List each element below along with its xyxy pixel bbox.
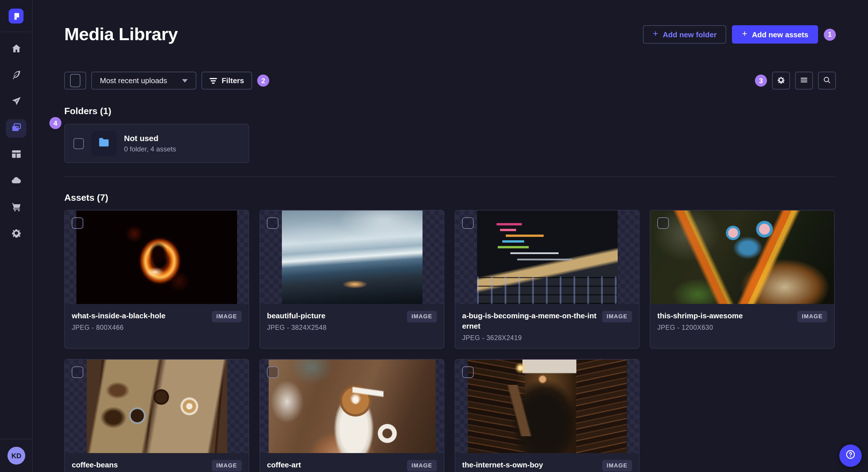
asset-thumbnail-area [455,360,639,453]
sidebar-item-home[interactable] [6,40,26,59]
gear-icon [11,227,22,241]
sidebar-item-media-library[interactable] [6,119,26,138]
step-badge-3: 3 [755,74,767,87]
asset-name: beautiful-picture [267,311,402,321]
grid-settings-button[interactable] [772,72,790,90]
media-library-icon [11,122,22,135]
asset-footer: coffee-art JPEG - 5824X3259 IMAGE [260,453,444,472]
sidebar-footer: KD [0,439,33,472]
media-library-page: KD Media Library + Add new folder + Add … [0,0,868,472]
cloud-icon [11,175,22,188]
question-mark-icon [845,449,856,462]
folders-heading: Folders (1) [64,106,836,116]
sidebar-item-releases[interactable] [6,93,26,111]
asset-thumbnail-area [650,210,834,304]
strapi-logo-icon [9,8,24,23]
asset-name: coffee-art [267,460,402,470]
asset-card[interactable]: coffee-art JPEG - 5824X3259 IMAGE [259,359,444,472]
asset-name: a-bug-is-becoming-a-meme-on-the-internet [462,311,597,332]
toolbar-left: Most recent uploads Filters 2 [64,72,269,90]
asset-checkbox[interactable] [657,217,669,229]
asset-footer: coffee-beans JPEG - 5021X3347 IMAGE [65,453,249,472]
asset-footer: this-shrimp-is-awesome JPEG - 1200X630 I… [650,304,834,348]
page-title: Media Library [64,24,178,45]
asset-checkbox[interactable] [72,217,83,229]
add-new-assets-button[interactable]: + Add new assets [732,25,818,43]
chevron-down-icon [182,79,188,82]
folders-section: Folders (1) 4 Not used 0 folder, 4 asset… [64,106,836,163]
page-header: Media Library + Add new folder + Add new… [64,0,836,45]
app-logo-button[interactable] [0,0,32,32]
asset-thumbnail-latte-art [268,360,435,453]
asset-thumbnail-library-boy [468,360,627,453]
folder-meta: 0 folder, 4 assets [124,145,176,153]
select-all-checkbox[interactable] [64,72,86,90]
asset-thumbnail-area [65,360,249,453]
asset-type-badge: IMAGE [212,460,242,471]
asset-checkbox[interactable] [462,367,474,378]
asset-thumbnail-area [260,210,444,304]
asset-type-badge: IMAGE [212,311,242,322]
step-badge-1: 1 [824,28,836,40]
asset-checkbox[interactable] [72,367,83,378]
asset-card[interactable]: beautiful-picture JPEG - 3824X2548 IMAGE [259,210,444,349]
assets-toolbar: Most recent uploads Filters 2 3 [64,72,836,90]
gear-icon [777,75,785,86]
user-avatar[interactable]: KD [7,447,25,465]
list-icon [800,75,808,86]
asset-thumbnail-laptop-code [477,210,617,304]
asset-type-badge: IMAGE [602,311,632,322]
layout-icon [11,148,22,162]
sidebar-item-settings[interactable] [6,225,26,243]
assets-heading: Assets (7) [64,193,836,203]
sidebar-nav [6,32,26,243]
asset-meta: JPEG - 800X466 [72,324,207,331]
asset-type-badge: IMAGE [407,460,437,471]
search-button[interactable] [818,72,836,90]
asset-card[interactable]: a-bug-is-becoming-a-meme-on-the-internet… [455,210,640,349]
sidebar-item-marketplace[interactable] [6,198,26,217]
asset-thumbnail-area [455,210,639,304]
help-button[interactable] [839,444,862,467]
asset-meta: JPEG - 1200X630 [657,324,793,331]
asset-footer: what-s-inside-a-black-hole JPEG - 800X46… [65,304,249,348]
cart-icon [11,201,22,214]
asset-thumbnail-coffee-beans [86,360,227,453]
home-icon [11,43,22,56]
asset-name: this-shrimp-is-awesome [657,311,793,321]
list-view-button[interactable] [795,72,813,90]
sort-dropdown[interactable]: Most recent uploads [91,72,196,90]
folder-thumbnail [91,131,117,156]
folder-name: Not used [124,134,176,143]
asset-card[interactable]: what-s-inside-a-black-hole JPEG - 800X46… [64,210,249,349]
checkbox-icon [70,74,81,87]
header-actions: + Add new folder + Add new assets 1 [643,25,836,43]
asset-name: what-s-inside-a-black-hole [72,311,207,321]
section-divider [64,177,836,177]
add-new-folder-button[interactable]: + Add new folder [643,25,726,43]
step-badge-4: 4 [50,117,61,129]
sidebar-item-deploy[interactable] [6,172,26,191]
step-badge-2: 2 [257,74,269,87]
sidebar: KD [0,0,33,472]
folder-card[interactable]: 4 Not used 0 folder, 4 assets [64,124,249,163]
asset-type-badge: IMAGE [797,311,827,322]
asset-card[interactable]: the-internet-s-own-boy JPEG - 1200X707 I… [455,359,640,472]
paper-plane-icon [11,96,22,109]
main-content: Media Library + Add new folder + Add new… [33,0,868,472]
filters-button[interactable]: Filters [202,72,252,90]
plus-icon: + [742,29,747,38]
asset-checkbox[interactable] [267,367,278,378]
asset-thumbnail-black-hole [76,210,237,304]
asset-name: the-internet-s-own-boy [462,460,597,470]
asset-checkbox[interactable] [267,217,278,229]
sidebar-item-content[interactable] [6,67,26,85]
asset-checkbox[interactable] [462,217,474,229]
feather-icon [11,69,22,82]
asset-meta: JPEG - 3628X2419 [462,334,597,341]
asset-card[interactable]: coffee-beans JPEG - 5021X3347 IMAGE [64,359,249,472]
sidebar-item-content-type-builder[interactable] [6,146,26,164]
asset-card[interactable]: this-shrimp-is-awesome JPEG - 1200X630 I… [650,210,835,349]
filter-icon [210,76,217,85]
folder-checkbox[interactable] [73,138,84,149]
